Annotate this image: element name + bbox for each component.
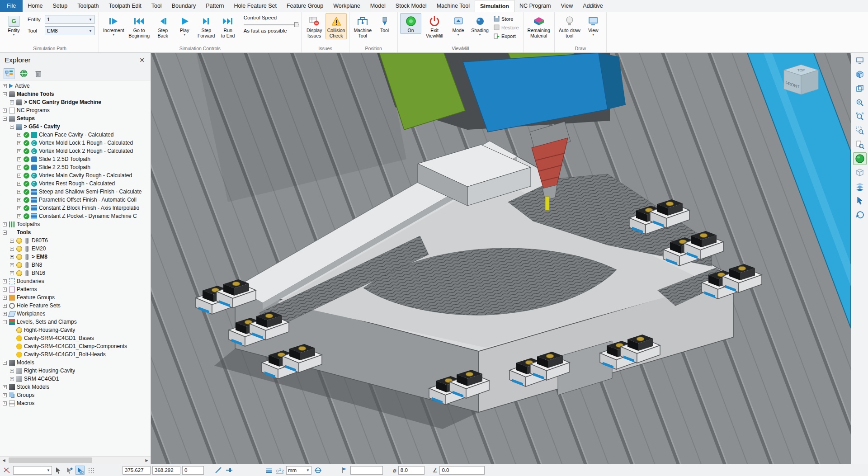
tree-item[interactable]: +Hole Feature Sets — [0, 302, 151, 310]
tree-item-label[interactable]: Right-Housing-Cavity — [24, 368, 75, 374]
speed-slider[interactable] — [244, 24, 299, 25]
tree-item[interactable]: +SRM-4C4GD1 — [0, 375, 151, 383]
tree-item-label[interactable]: Machine Tools — [17, 91, 54, 97]
x-coordinate-field[interactable]: 375.627 — [123, 466, 151, 475]
tab-additive[interactable]: Additive — [578, 0, 608, 12]
rotate-view-button[interactable] — [853, 208, 867, 221]
tree-expander-icon[interactable]: + — [10, 271, 14, 275]
tree-item-label[interactable]: Cavity-SRM-4C4GD1_Bases — [24, 335, 94, 341]
tree-expander-icon[interactable]: + — [3, 393, 7, 397]
tree-item[interactable]: +Boundaries — [0, 277, 151, 285]
tree-item-label[interactable]: Parametric Offset Finish - Automatic Col… — [39, 197, 137, 203]
slider-icon[interactable] — [225, 466, 234, 475]
tree-item-label[interactable]: Toolpaths — [17, 221, 40, 227]
tree-expander-icon[interactable]: + — [10, 100, 14, 104]
tree-item[interactable]: +Slide 2 2.5D Toolpath — [0, 163, 151, 171]
tab-setup[interactable]: Setup — [48, 0, 73, 12]
tree-item[interactable]: +Constant Z Pocket - Dynamic Machine C — [0, 212, 151, 220]
select-cursor-button[interactable] — [853, 194, 867, 207]
cursor-magnet-icon[interactable] — [65, 466, 74, 475]
tree-item[interactable]: +Groups — [0, 391, 151, 399]
tree-item-label[interactable]: Slide 2 2.5D Toolpath — [39, 164, 90, 170]
tab-model[interactable]: Model — [365, 0, 391, 12]
tree-expander-icon[interactable]: − — [3, 361, 7, 365]
tree-item-label[interactable]: Vortex Rest Rough - Calculated — [39, 180, 115, 187]
tree-item[interactable]: +D80T6 — [0, 236, 151, 245]
viewmill-shading-button[interactable]: Shading ▾ — [469, 13, 491, 37]
picking-filter-select[interactable]: ▼ — [13, 466, 52, 475]
tree-item-label[interactable]: Vortex Main Cavity Rough - Calculated — [39, 172, 132, 179]
tree-expander-icon[interactable]: + — [10, 369, 14, 373]
scrollbar-thumb[interactable] — [9, 457, 92, 463]
tree-item-label[interactable]: Levels, Sets and Clamps — [17, 319, 77, 325]
tab-toolpath-edit[interactable]: Toolpath Edit — [104, 0, 146, 12]
tab-file[interactable]: File — [0, 0, 23, 12]
tree-item-label[interactable]: Boundaries — [17, 278, 44, 284]
tree-item-label[interactable]: Vortex Mold Lock 1 Rough - Calculated — [39, 140, 133, 146]
tree-item-label[interactable]: Constant Z Pocket - Dynamic Machine C — [39, 213, 137, 219]
tab-boundary[interactable]: Boundary — [167, 0, 201, 12]
zoom-fit-button[interactable] — [853, 110, 867, 123]
tool-diameter-field[interactable]: 8.0 — [398, 466, 425, 475]
tab-view[interactable]: View — [556, 0, 578, 12]
restore-button[interactable]: Restore — [492, 23, 521, 32]
tree-item-label[interactable]: Tools — [17, 229, 31, 236]
tree-item-label[interactable]: Models — [17, 359, 34, 366]
tree-item[interactable]: +Slide 1 2.5D Toolpath — [0, 155, 151, 163]
entity-select[interactable]: 1▼ — [45, 15, 94, 24]
tab-nc-program[interactable]: NC Program — [514, 0, 556, 12]
tree-item[interactable]: −> G54 - Cavity — [0, 123, 151, 131]
tree-expander-icon[interactable]: + — [17, 206, 21, 210]
tree-item[interactable]: +Steep and Shallow Semi-Finish - Calcula… — [0, 188, 151, 196]
viewport-options-button[interactable] — [853, 54, 867, 67]
tree-item[interactable]: −Machine Tools — [0, 90, 151, 98]
tree-expander-icon[interactable]: − — [3, 320, 7, 324]
tree-item[interactable]: −Levels, Sets and Clamps — [0, 318, 151, 326]
tree-item[interactable]: +EM20 — [0, 245, 151, 253]
tree-item-label[interactable]: BN8 — [32, 262, 42, 268]
tree-item[interactable]: +Stock Models — [0, 383, 151, 391]
collision-check-button[interactable]: CollisionCheck — [326, 13, 347, 39]
tree-item[interactable]: Cavity-SRM-4C4GD1_Clamp-Components — [0, 342, 151, 350]
tab-pattern[interactable]: Pattern — [201, 0, 229, 12]
tab-workplane[interactable]: Workplane — [328, 0, 365, 12]
entity-button[interactable]: G Entity ▾ — [3, 13, 24, 37]
tree-item-label[interactable]: > EM8 — [32, 254, 47, 260]
go-to-beginning-button[interactable]: Go toBeginning — [127, 13, 152, 39]
levels-icon[interactable] — [264, 466, 274, 475]
slope-icon[interactable] — [214, 466, 223, 475]
scrollbar-track[interactable] — [8, 457, 143, 464]
tree-item[interactable]: +Constant Z Block Finish - Axis Interpol… — [0, 204, 151, 212]
tree-item[interactable]: +NC Programs — [0, 106, 151, 114]
grid-icon[interactable] — [86, 466, 95, 475]
tree-item[interactable]: −Models — [0, 358, 151, 367]
tree-expander-icon[interactable]: + — [3, 296, 7, 300]
tree-expander-icon[interactable]: + — [10, 263, 14, 267]
remaining-material-button[interactable]: RemainingMaterial — [526, 13, 552, 39]
tree-expander-icon[interactable]: + — [17, 157, 21, 161]
tab-machine-tool[interactable]: Machine Tool — [432, 0, 475, 12]
tree-item-label[interactable]: Feature Groups — [17, 294, 55, 301]
y-coordinate-field[interactable]: 368.292 — [152, 466, 180, 475]
tree-item-label[interactable]: Stock Models — [17, 384, 49, 390]
display-issues-button[interactable]: DisplayIssues — [304, 13, 325, 39]
tree-item-label[interactable]: Cavity-SRM-4C4GD1_Bolt-Heads — [24, 351, 106, 358]
tree-item[interactable]: −Tools — [0, 228, 151, 236]
tree-item[interactable]: +Vortex Mold Lock 1 Rough - Calculated — [0, 139, 151, 147]
tree-expander-icon[interactable]: − — [3, 92, 7, 96]
tree-item[interactable]: +Right-Housing-Cavity — [0, 367, 151, 375]
tree-item-label[interactable]: Setups — [17, 115, 35, 122]
tree-item[interactable]: +BN8 — [0, 261, 151, 269]
step-forward-button[interactable]: StepForward — [196, 13, 217, 39]
tab-stock-model[interactable]: Stock Model — [391, 0, 432, 12]
tree-expander-icon[interactable]: + — [17, 190, 21, 194]
tree-expander-icon[interactable]: + — [3, 222, 7, 226]
zoom-in-button[interactable] — [853, 96, 867, 109]
auto-draw-tool-button[interactable]: Auto-drawtool — [557, 13, 582, 39]
axis-numbers-icon[interactable]: 012 — [275, 466, 284, 475]
tree-item-label[interactable]: Hole Feature Sets — [17, 302, 61, 309]
tree-view-button[interactable] — [4, 68, 14, 79]
tree-item-label[interactable]: NC Programs — [17, 107, 50, 113]
tree-expander-icon[interactable]: + — [3, 312, 7, 316]
viewmill-on-button[interactable]: On — [400, 13, 421, 34]
